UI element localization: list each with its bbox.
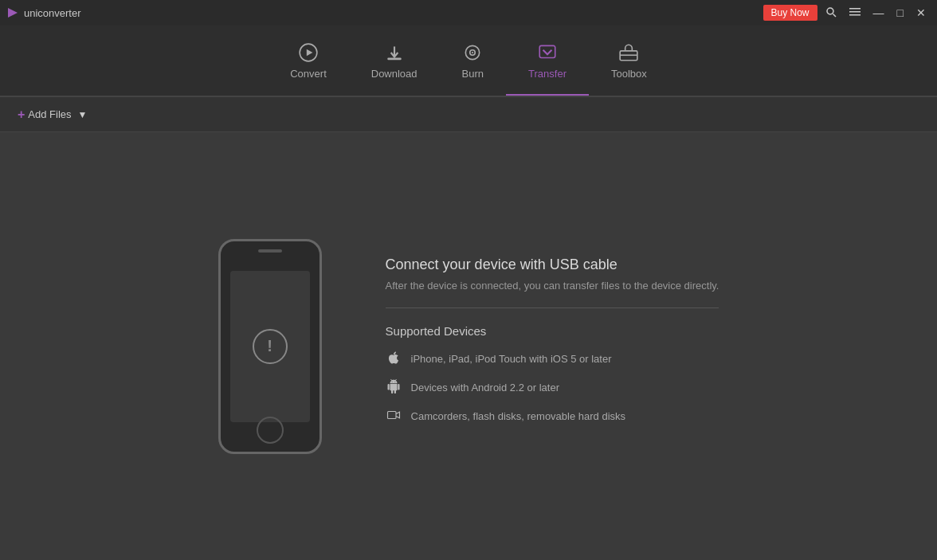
warning-circle-icon: ! bbox=[253, 329, 288, 364]
device-item: iPhone, iPad, iPod Touch with iOS 5 or l… bbox=[386, 350, 719, 368]
phone-illustration: ! bbox=[218, 239, 322, 454]
add-files-label: Add Files bbox=[28, 108, 71, 120]
toolbox-icon bbox=[618, 42, 639, 63]
svg-point-1 bbox=[827, 8, 833, 14]
nav-item-toolbox[interactable]: Toolbox bbox=[589, 25, 669, 96]
device-icon-camcorder bbox=[386, 408, 402, 425]
search-icon bbox=[825, 6, 837, 18]
toolbar: + Add Files ▼ bbox=[0, 97, 937, 132]
device-item: Camcorders, flash disks, removable hard … bbox=[386, 408, 719, 425]
transfer-icon bbox=[537, 42, 558, 63]
svg-line-2 bbox=[833, 14, 836, 18]
add-files-button[interactable]: + Add Files bbox=[13, 104, 76, 125]
svg-marker-0 bbox=[8, 8, 18, 18]
phone-screen: ! bbox=[230, 271, 310, 422]
svg-rect-16 bbox=[387, 411, 396, 418]
nav-item-burn[interactable]: Burn bbox=[440, 25, 506, 96]
hamburger-icon bbox=[849, 6, 861, 18]
svg-rect-4 bbox=[849, 11, 861, 13]
buy-now-button[interactable]: Buy Now bbox=[763, 5, 817, 21]
app-logo-icon bbox=[6, 6, 19, 19]
supported-devices-title: Supported Devices bbox=[386, 324, 719, 338]
nav-bar: Convert Download Burn Transfer bbox=[0, 25, 937, 97]
phone-shape: ! bbox=[218, 239, 322, 454]
svg-rect-9 bbox=[387, 57, 401, 60]
nav-label-convert: Convert bbox=[290, 68, 327, 80]
svg-rect-5 bbox=[849, 14, 861, 16]
device-icon-apple bbox=[386, 350, 402, 368]
nav-label-burn: Burn bbox=[462, 68, 484, 80]
title-bar-left: uniconverter bbox=[6, 6, 81, 19]
device-text: iPhone, iPad, iPod Touch with iOS 5 or l… bbox=[411, 353, 612, 365]
svg-marker-7 bbox=[307, 49, 313, 56]
maximize-button[interactable]: □ bbox=[892, 6, 908, 20]
close-button[interactable]: ✕ bbox=[912, 6, 931, 20]
svg-rect-3 bbox=[849, 8, 861, 10]
add-files-dropdown-button[interactable]: ▼ bbox=[76, 106, 89, 123]
title-bar: uniconverter Buy Now — □ ✕ bbox=[0, 0, 937, 25]
device-text: Devices with Android 2.2 or later bbox=[411, 382, 559, 394]
convert-icon bbox=[298, 42, 319, 63]
connect-desc: After the device is connected, you can t… bbox=[386, 280, 719, 308]
connect-title: Connect your device with USB cable bbox=[386, 257, 719, 273]
minimize-button[interactable]: — bbox=[868, 6, 889, 20]
nav-label-download: Download bbox=[371, 68, 418, 80]
info-panel: Connect your device with USB cable After… bbox=[386, 257, 719, 437]
device-icon-android bbox=[386, 379, 402, 397]
menu-button[interactable] bbox=[845, 5, 865, 21]
nav-item-download[interactable]: Download bbox=[349, 25, 440, 96]
download-icon bbox=[384, 42, 405, 63]
devices-list: iPhone, iPad, iPod Touch with iOS 5 or l… bbox=[386, 350, 719, 425]
nav-label-transfer: Transfer bbox=[528, 68, 567, 80]
app-name: uniconverter bbox=[24, 7, 81, 19]
svg-rect-13 bbox=[539, 45, 555, 57]
search-button[interactable] bbox=[821, 5, 841, 21]
nav-item-convert[interactable]: Convert bbox=[268, 25, 349, 96]
add-files-plus-icon: + bbox=[18, 108, 25, 122]
device-text: Camcorders, flash disks, removable hard … bbox=[411, 410, 626, 422]
nav-item-transfer[interactable]: Transfer bbox=[506, 25, 589, 96]
device-item: Devices with Android 2.2 or later bbox=[386, 379, 719, 397]
nav-label-toolbox: Toolbox bbox=[611, 68, 647, 80]
svg-point-12 bbox=[472, 51, 473, 53]
title-bar-right: Buy Now — □ ✕ bbox=[763, 5, 931, 21]
main-content: ! Connect your device with USB cable Aft… bbox=[0, 132, 937, 560]
burn-icon bbox=[462, 42, 483, 63]
